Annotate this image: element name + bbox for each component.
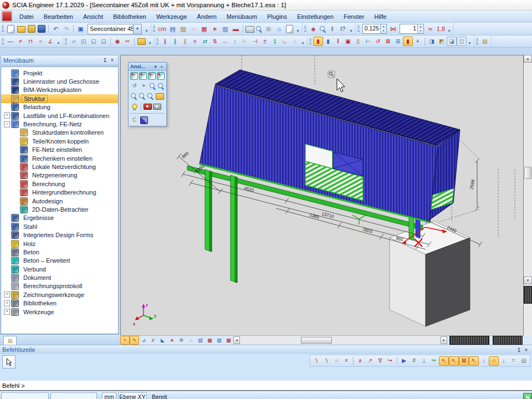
sidebar-item-beton-erweitert[interactable]: Beton – Erweitert [1,257,118,265]
sidebar-item-berechnung-fe-netz[interactable]: −Berechnung, FE-Netz [1,120,118,128]
bracket-icon[interactable]: ⊓ [25,37,35,46]
circle-icon[interactable]: ○ [35,37,45,46]
print-preview-icon[interactable] [255,25,263,33]
view-flip-icon[interactable]: ◨ [427,37,437,46]
cut-green-icon[interactable]: ✂ [429,356,439,366]
sidebar-item-linienraster-und-geschosse[interactable]: Linienraster und Geschosse [1,77,118,85]
snap-off-icon[interactable]: × [341,356,351,366]
menu-ansicht[interactable]: Ansicht [78,12,108,21]
horizontal-scrollbar[interactable] [240,336,441,344]
beam-op-13-icon[interactable]: ∟ [280,37,290,46]
display-scale-icon[interactable]: 1.8 [436,24,446,34]
spin-up-icon[interactable]: ▴ [381,24,386,29]
sidebar-item-ergebnisse[interactable]: Ergebnisse [1,214,118,222]
scroll-up-icon[interactable]: ▲ [524,55,532,63]
snap-endpoint-icon[interactable]: ↖ [439,356,449,366]
scroll-right-icon[interactable]: ▸ [441,336,447,344]
clipped-edge-icon[interactable]: ▤ [480,37,490,46]
status-unit[interactable]: mm [102,392,116,399]
snap-table-icon[interactable]: = [509,356,519,366]
node-beam-6-icon[interactable]: ⊢ [363,37,373,46]
beam-op-3-icon[interactable]: ∥ [180,37,190,46]
snap-node-icon[interactable]: ↖ [469,356,479,366]
mesh-display-icon[interactable]: ∗ [167,336,177,345]
sidebar-item-autodesign[interactable]: Autodesign [1,197,118,205]
project-window-icon[interactable]: ▣ [75,24,86,34]
sidebar-item-rechenkern-einstellen[interactable]: Rechenkern einstellen [1,154,118,162]
snap-orthogonal-icon[interactable]: ↓ [479,356,489,366]
sidebar-item-teile-knoten-koppeln[interactable]: Teile/Knoten koppeln [1,137,118,145]
document-new-icon[interactable] [286,25,293,33]
measure-icon[interactable]: ‖ [327,24,337,34]
node-beam-4-icon[interactable]: ▣ [343,37,353,46]
toolbar-overflow[interactable]: ▾ [55,37,62,46]
scroll-down-icon[interactable]: ▼ [524,277,532,284]
tree-expander-icon[interactable]: − [4,121,10,127]
sidebar-item-werkzeuge[interactable]: +Werkzeuge [1,308,118,316]
command-pin-icon[interactable]: ↧ [515,346,523,354]
modify-active-icon[interactable]: ✎ [120,336,130,345]
sidebar-item-berechnungsprotokoll[interactable]: Berechnungsprotokoll [1,282,118,290]
spin-down-icon[interactable]: ▾ [418,29,423,33]
combobox-arrow-icon[interactable]: ▾ [133,24,141,34]
sidebar-item-lastf-lle-und-lf-kombinationen[interactable]: +Lastfälle und LF-Kombinationen [1,111,118,120]
vertical-scroll-thumb[interactable] [524,167,531,179]
palette-close-icon[interactable]: × [158,64,165,70]
units-icon[interactable]: cm [157,24,167,34]
beam-op-8-icon[interactable]: ↕ [230,37,240,46]
toolbar-grip[interactable] [65,38,67,45]
zoom-all-icon[interactable] [138,92,146,100]
sidebar-item-zeichnungswerkzeuge[interactable]: +Zeichnungswerkzeuge [1,290,118,299]
menu--ndern[interactable]: Ändern [192,12,221,21]
menu-men-baum[interactable]: Menübaum [222,12,262,21]
undo-icon[interactable]: ↶ [50,24,61,34]
view-top-icon[interactable] [148,72,156,80]
layers-icon[interactable]: ▤ [167,24,178,34]
toolbar-overflow[interactable]: ▾ [467,37,473,46]
scroll-left-icon[interactable]: ◂ [233,336,240,344]
pin-icon[interactable]: ↧ [101,57,109,64]
paste-view-icon[interactable]: ◰ [79,37,89,46]
modify-all-icon[interactable]: ✎ [130,336,139,345]
clipping-box-icon[interactable]: C [130,116,139,125]
support-scale-icon[interactable]: ≍ [425,24,436,34]
snap-peak-icon[interactable]: ∧ [355,356,365,366]
beam-op-4-icon[interactable]: ≡ [190,37,200,46]
table-display-icon[interactable]: ▩ [224,336,233,345]
menu-werkzeuge[interactable]: Werkzeuge [151,12,192,21]
toolbar-overflow[interactable]: ▾ [295,24,301,34]
sidebar-item-bim-werkzeugkasten[interactable]: BIM-Werkzeugkasten [1,86,118,94]
model-canvas[interactable]: 860 1250 4520 13710 1385 2825 860 2598 2… [120,55,524,336]
render-3d-icon[interactable] [140,116,148,124]
toolbar-overflow[interactable]: ▾ [348,24,354,34]
toolbar-overflow[interactable]: ▾ [300,37,306,46]
pan-view-icon[interactable]: + [139,81,149,90]
spinner-arrows[interactable]: ▴▾ [417,24,423,33]
structure-display-icon[interactable]: ⌂ [186,336,196,345]
sidebar-item-verbund[interactable]: Verbund [1,265,118,273]
vertical-scrollbar[interactable]: ▲ ▼ [524,55,532,336]
sidebar-item-bibliotheken[interactable]: +Bibliotheken [1,299,118,308]
command-input[interactable]: Befehl > [0,380,532,391]
beam-op-10-icon[interactable]: ⊣ [250,37,260,46]
spinner-value[interactable]: 1 [400,24,417,33]
beam-op-1-icon[interactable]: ∥ [160,37,170,46]
beam-op-12-icon[interactable]: ‡ [270,37,280,46]
snap-arrow-icon[interactable]: ↗ [365,356,375,366]
print-icon[interactable] [245,26,254,33]
paste-all-icon[interactable]: ◲ [99,37,109,46]
sidebar-item-projekt[interactable]: Projekt [1,69,118,77]
snap-curve-icon[interactable]: ↪ [385,356,395,366]
save-all-icon[interactable] [28,25,35,33]
beam-info-icon[interactable]: I? [337,24,348,34]
open-view-icon[interactable] [137,38,146,45]
save-view-icon[interactable] [144,104,152,110]
beam-op-14-icon[interactable]: ∴ [290,37,300,46]
line-icon[interactable]: — [6,37,16,46]
tree-expander-icon[interactable]: + [4,300,10,306]
render-mode-icon[interactable]: ❆ [177,336,186,345]
sidebar-item-hintergrundberechnung[interactable]: Hintergrundberechnung [1,188,118,196]
menu-datei[interactable]: Datei [14,12,39,21]
close-icon[interactable]: × [109,57,116,64]
member-table-icon[interactable]: ▥ [220,24,231,34]
